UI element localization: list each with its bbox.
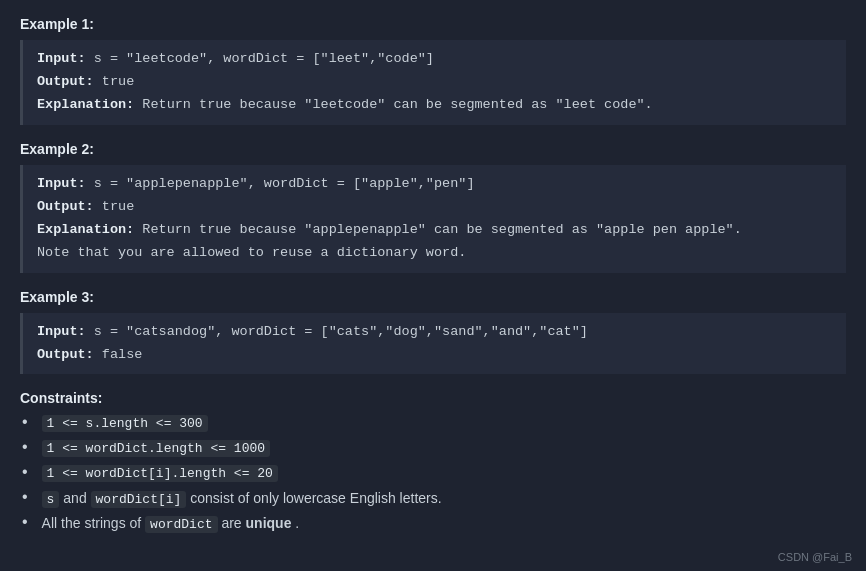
constraint-list: 1 <= s.length <= 300 1 <= wordDict.lengt… bbox=[20, 414, 846, 532]
unique-bold: unique bbox=[246, 515, 292, 531]
example-1-explanation-line: Explanation: Return true because "leetco… bbox=[37, 94, 832, 117]
output-label-3: Output: bbox=[37, 347, 94, 362]
example-2-section: Example 2: Input: s = "applepenapple", w… bbox=[20, 141, 846, 273]
worddictI-code: wordDict[i] bbox=[91, 491, 187, 508]
explanation-label-2: Explanation: bbox=[37, 222, 134, 237]
constraints-section: Constraints: 1 <= s.length <= 300 1 <= w… bbox=[20, 390, 846, 532]
example-2-input-line: Input: s = "applepenapple", wordDict = [… bbox=[37, 173, 832, 196]
example-2-explanation-line: Explanation: Return true because "applep… bbox=[37, 219, 832, 242]
constraint-item-5: All the strings of wordDict are unique . bbox=[20, 514, 846, 532]
example-2-explanation-value: Return true because "applepenapple" can … bbox=[142, 222, 742, 237]
example-3-input-line: Input: s = "catsandog", wordDict = ["cat… bbox=[37, 321, 832, 344]
explanation-label: Explanation: bbox=[37, 97, 134, 112]
output-label: Output: bbox=[37, 74, 94, 89]
constraint-item-1: 1 <= s.length <= 300 bbox=[20, 414, 846, 432]
are-text: are bbox=[221, 515, 245, 531]
constraint-2-code: 1 <= wordDict.length <= 1000 bbox=[42, 440, 270, 457]
input-label: Input: bbox=[37, 51, 86, 66]
example-1-section: Example 1: Input: s = "leetcode", wordDi… bbox=[20, 16, 846, 125]
example-1-explanation-value: Return true because "leetcode" can be se… bbox=[142, 97, 652, 112]
all-strings-text: All the strings of bbox=[42, 515, 146, 531]
example-1-block: Input: s = "leetcode", wordDict = ["leet… bbox=[20, 40, 846, 125]
example-1-output-value: true bbox=[102, 74, 134, 89]
example-3-input-value: s = "catsandog", wordDict = ["cats","dog… bbox=[94, 324, 588, 339]
constraint-item-4: s and wordDict[i] consist of only lowerc… bbox=[20, 489, 846, 507]
constraint-5-text: All the strings of wordDict are unique . bbox=[42, 515, 300, 532]
constraint-item-3: 1 <= wordDict[i].length <= 20 bbox=[20, 464, 846, 482]
constraint-1-code: 1 <= s.length <= 300 bbox=[42, 415, 208, 432]
example-3-output-line: Output: false bbox=[37, 344, 832, 367]
example-2-note-value: Note that you are allowed to reuse a dic… bbox=[37, 245, 466, 260]
example-3-block: Input: s = "catsandog", wordDict = ["cat… bbox=[20, 313, 846, 375]
output-label-2: Output: bbox=[37, 199, 94, 214]
constraint-4-text: s and wordDict[i] consist of only lowerc… bbox=[42, 490, 442, 507]
input-label-3: Input: bbox=[37, 324, 86, 339]
example-1-title: Example 1: bbox=[20, 16, 846, 32]
example-1-input-value: s = "leetcode", wordDict = ["leet","code… bbox=[94, 51, 434, 66]
example-2-note-line: Note that you are allowed to reuse a dic… bbox=[37, 242, 832, 265]
and-text: and bbox=[63, 490, 90, 506]
example-3-title: Example 3: bbox=[20, 289, 846, 305]
constraint-3-code: 1 <= wordDict[i].length <= 20 bbox=[42, 465, 278, 482]
example-2-output-line: Output: true bbox=[37, 196, 832, 219]
example-2-title: Example 2: bbox=[20, 141, 846, 157]
constraint-item-2: 1 <= wordDict.length <= 1000 bbox=[20, 439, 846, 457]
s-code: s bbox=[42, 491, 60, 508]
example-3-section: Example 3: Input: s = "catsandog", wordD… bbox=[20, 289, 846, 375]
example-1-input-line: Input: s = "leetcode", wordDict = ["leet… bbox=[37, 48, 832, 71]
example-2-output-value: true bbox=[102, 199, 134, 214]
constraint-4-suffix: consist of only lowercase English letter… bbox=[190, 490, 441, 506]
constraints-title: Constraints: bbox=[20, 390, 846, 406]
example-3-output-value: false bbox=[102, 347, 143, 362]
watermark: CSDN @Fai_B bbox=[778, 551, 852, 563]
example-2-input-value: s = "applepenapple", wordDict = ["apple"… bbox=[94, 176, 475, 191]
wordDict-code: wordDict bbox=[145, 516, 217, 533]
example-1-output-line: Output: true bbox=[37, 71, 832, 94]
input-label-2: Input: bbox=[37, 176, 86, 191]
example-2-block: Input: s = "applepenapple", wordDict = [… bbox=[20, 165, 846, 273]
period-text: . bbox=[295, 515, 299, 531]
